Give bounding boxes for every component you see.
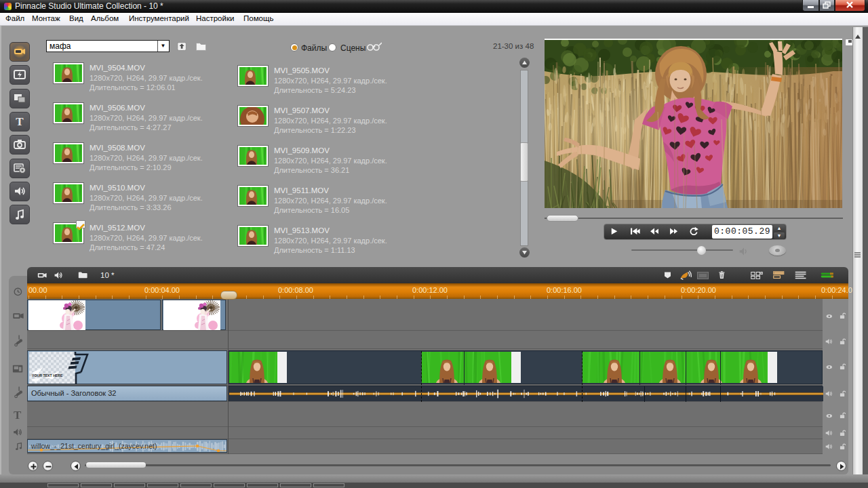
svg-text:YOUR TEXT HERE: YOUR TEXT HERE [32, 373, 63, 378]
svg-text:T: T [16, 115, 24, 128]
